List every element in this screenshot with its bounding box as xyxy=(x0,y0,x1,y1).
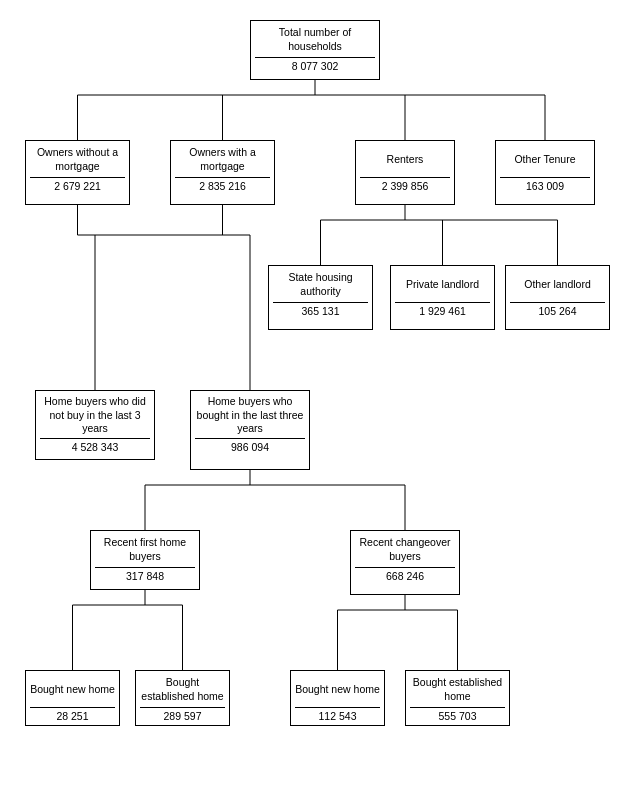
node-first-established: Bought established home 289 597 xyxy=(135,670,230,726)
node-private-landlord: Private landlord 1 929 461 xyxy=(390,265,495,330)
node-not-last-3-label: Home buyers who did not buy in the last … xyxy=(40,395,150,436)
node-other-landlord-label: Other landlord xyxy=(510,270,605,300)
node-not-last-3: Home buyers who did not buy in the last … xyxy=(35,390,155,460)
node-renters-label: Renters xyxy=(360,145,450,175)
node-owners-mortgage-label: Owners with a mortgage xyxy=(175,145,270,175)
node-state-housing-label: State housing authority xyxy=(273,270,368,300)
node-first-new-label: Bought new home xyxy=(30,675,115,705)
node-private-landlord-value: 1 929 461 xyxy=(395,302,490,318)
node-change-new: Bought new home 112 543 xyxy=(290,670,385,726)
node-first-established-value: 289 597 xyxy=(140,707,225,723)
node-owners-no-mortgage: Owners without a mortgage 2 679 221 xyxy=(25,140,130,205)
node-total-value: 8 077 302 xyxy=(255,57,375,73)
node-owners-no-mortgage-value: 2 679 221 xyxy=(30,177,125,193)
node-first-new-value: 28 251 xyxy=(30,707,115,723)
node-other-tenure-value: 163 009 xyxy=(500,177,590,193)
node-change-established: Bought established home 555 703 xyxy=(405,670,510,726)
node-change-established-label: Bought established home xyxy=(410,675,505,705)
node-total: Total number of households 8 077 302 xyxy=(250,20,380,80)
node-state-housing-value: 365 131 xyxy=(273,302,368,318)
node-change-new-label: Bought new home xyxy=(295,675,380,705)
node-change-new-value: 112 543 xyxy=(295,707,380,723)
node-first-established-label: Bought established home xyxy=(140,675,225,705)
node-other-tenure-label: Other Tenure xyxy=(500,145,590,175)
node-state-housing: State housing authority 365 131 xyxy=(268,265,373,330)
node-recent-changeover-value: 668 246 xyxy=(355,567,455,583)
node-bought-last-3-label: Home buyers who bought in the last three… xyxy=(195,395,305,436)
node-change-established-value: 555 703 xyxy=(410,707,505,723)
node-other-landlord-value: 105 264 xyxy=(510,302,605,318)
node-renters: Renters 2 399 856 xyxy=(355,140,455,205)
node-recent-first-value: 317 848 xyxy=(95,567,195,583)
node-recent-first-label: Recent first home buyers xyxy=(95,535,195,565)
node-bought-last-3: Home buyers who bought in the last three… xyxy=(190,390,310,470)
node-recent-changeover-label: Recent changeover buyers xyxy=(355,535,455,565)
node-other-tenure: Other Tenure 163 009 xyxy=(495,140,595,205)
node-recent-first: Recent first home buyers 317 848 xyxy=(90,530,200,590)
node-not-last-3-value: 4 528 343 xyxy=(40,438,150,454)
node-owners-mortgage: Owners with a mortgage 2 835 216 xyxy=(170,140,275,205)
node-recent-changeover: Recent changeover buyers 668 246 xyxy=(350,530,460,595)
node-private-landlord-label: Private landlord xyxy=(395,270,490,300)
node-other-landlord: Other landlord 105 264 xyxy=(505,265,610,330)
node-renters-value: 2 399 856 xyxy=(360,177,450,193)
node-bought-last-3-value: 986 094 xyxy=(195,438,305,454)
node-owners-mortgage-value: 2 835 216 xyxy=(175,177,270,193)
node-owners-no-mortgage-label: Owners without a mortgage xyxy=(30,145,125,175)
node-total-label: Total number of households xyxy=(255,25,375,55)
node-first-new: Bought new home 28 251 xyxy=(25,670,120,726)
